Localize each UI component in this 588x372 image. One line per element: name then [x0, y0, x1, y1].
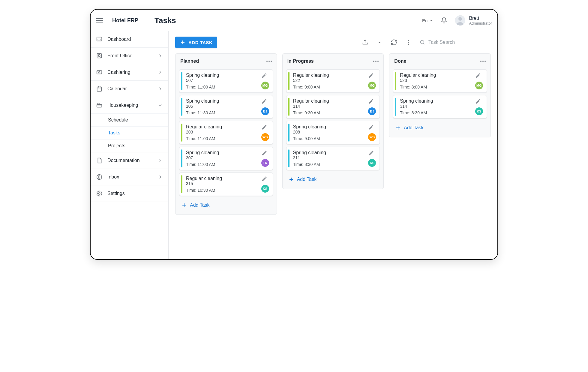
- svg-rect-7: [97, 87, 102, 92]
- task-title: Spring cleaning: [293, 124, 366, 130]
- edit-task-button[interactable]: [261, 124, 269, 131]
- topbar-right: En Brett Administrator: [422, 15, 492, 26]
- sidebar-item-label: Cashiering: [107, 70, 153, 75]
- sidebar-item-cashiering[interactable]: Cashiering: [91, 64, 168, 80]
- column-add-task-label: Add Task: [297, 177, 317, 182]
- sidebar-item-front-office[interactable]: Front Office: [91, 48, 168, 64]
- svg-point-12: [408, 42, 409, 43]
- more-button[interactable]: [403, 37, 413, 47]
- user-menu[interactable]: Brett Administrator: [455, 15, 492, 26]
- edit-task-button[interactable]: [368, 124, 376, 131]
- sidebar-item-documentation[interactable]: Documentation: [91, 152, 168, 169]
- assignee-avatar[interactable]: TR: [261, 159, 269, 167]
- assignee-avatar[interactable]: BJ: [368, 107, 376, 115]
- card-stripe: [181, 149, 182, 167]
- task-card[interactable]: Regular cleaning114Time: 9:30 AMBJ: [286, 95, 380, 118]
- assignee-avatar[interactable]: BJ: [261, 107, 269, 115]
- assignee-avatar[interactable]: WS: [368, 133, 376, 141]
- task-time: Time: 11:30 AM: [186, 110, 259, 115]
- user-name: Brett: [469, 16, 492, 21]
- svg-point-11: [408, 40, 409, 41]
- sidebar-item-dashboard[interactable]: Dashboard: [91, 31, 168, 47]
- edit-task-button[interactable]: [261, 176, 269, 183]
- add-task-button[interactable]: ADD TASK: [175, 37, 217, 48]
- task-room: 314: [400, 104, 473, 109]
- column-add-task-button[interactable]: Add Task: [178, 198, 213, 212]
- search-field[interactable]: [418, 37, 491, 48]
- sidebar-item-label: Calendar: [107, 86, 153, 92]
- task-title: Spring cleaning: [293, 150, 366, 155]
- edit-task-button[interactable]: [475, 73, 483, 80]
- assignee-avatar[interactable]: MG: [475, 82, 483, 89]
- column-add-task-button[interactable]: Add Task: [392, 121, 427, 135]
- task-room: 203: [186, 130, 259, 134]
- layout: Dashboard Front Office: [91, 31, 497, 259]
- column-header: Planned: [178, 56, 274, 67]
- task-card[interactable]: Spring cleaning311Time: 8:30 AMKS: [286, 147, 380, 170]
- task-card[interactable]: Regular cleaning523Time: 8:00 AMMG: [393, 69, 487, 93]
- sidebar-item-calendar[interactable]: Calendar: [91, 81, 168, 97]
- assignee-avatar[interactable]: MG: [261, 82, 269, 89]
- documentation-icon: [96, 157, 103, 164]
- assignee-avatar[interactable]: MG: [368, 82, 376, 89]
- task-card[interactable]: Regular cleaning203Time: 11:00 AMWS: [179, 121, 273, 144]
- notifications-button[interactable]: [439, 15, 449, 26]
- column-more-button[interactable]: [266, 61, 272, 62]
- assignee-avatar[interactable]: KS: [261, 185, 269, 193]
- sidebar: Dashboard Front Office: [91, 31, 169, 259]
- export-button[interactable]: [360, 37, 370, 47]
- edit-task-button[interactable]: [368, 98, 376, 106]
- edit-task-button[interactable]: [261, 73, 269, 80]
- edit-task-button[interactable]: [368, 150, 376, 157]
- task-card[interactable]: Spring cleaning208Time: 9:00 AMWS: [286, 121, 380, 144]
- sidebar-item-settings[interactable]: Settings: [91, 185, 168, 202]
- column-header: In Progress: [285, 56, 381, 67]
- task-card[interactable]: Spring cleaning307Time: 11:00 AMTR: [179, 147, 273, 170]
- sidebar-item-schedule[interactable]: Schedule: [91, 113, 168, 126]
- column-add-task-button[interactable]: Add Task: [285, 172, 320, 186]
- search-input[interactable]: [428, 39, 489, 45]
- task-card[interactable]: Regular cleaning315Time: 10:30 AMKS: [179, 172, 273, 196]
- svg-point-1: [458, 17, 462, 21]
- menu-icon[interactable]: [96, 17, 103, 24]
- sidebar-item-label: Housekeeping: [107, 103, 153, 108]
- task-title: Regular cleaning: [186, 124, 259, 130]
- assignee-avatar[interactable]: WS: [261, 133, 269, 141]
- caret-down-icon: [378, 42, 381, 43]
- brand: Hotel ERP: [112, 17, 138, 24]
- sidebar-item-housekeeping[interactable]: Housekeeping: [91, 97, 168, 113]
- edit-task-button[interactable]: [368, 73, 376, 80]
- column-header: Done: [392, 56, 488, 67]
- edit-task-button[interactable]: [475, 98, 483, 106]
- sidebar-item-tasks[interactable]: Tasks: [91, 126, 168, 139]
- column-add-task-label: Add Task: [404, 125, 424, 130]
- task-title: Regular cleaning: [186, 176, 259, 181]
- assignee-avatar[interactable]: KS: [368, 159, 376, 167]
- add-task-button-label: ADD TASK: [188, 40, 212, 45]
- sidebar-item-projects[interactable]: Projects: [91, 139, 168, 152]
- task-room: 114: [293, 104, 366, 109]
- task-room: 105: [186, 104, 259, 109]
- column-title: Done: [394, 58, 406, 64]
- bell-icon: [441, 17, 447, 24]
- sidebar-item-label: Documentation: [107, 158, 153, 163]
- card-stripe: [181, 124, 182, 142]
- refresh-button[interactable]: [389, 37, 399, 47]
- assignee-avatar[interactable]: KS: [475, 107, 483, 115]
- task-card[interactable]: Spring cleaning105Time: 11:30 AMBJ: [179, 95, 273, 118]
- task-card[interactable]: Spring cleaning507Time: 11:00 AMMG: [179, 69, 273, 93]
- sidebar-item-inbox[interactable]: Inbox: [91, 169, 168, 185]
- column-title: In Progress: [287, 58, 314, 64]
- export-menu-button[interactable]: [374, 37, 385, 47]
- language-selector[interactable]: En: [422, 18, 433, 23]
- gear-icon: [96, 190, 103, 197]
- task-card[interactable]: Spring cleaning314Time: 8:30 AMKS: [393, 95, 487, 118]
- column-more-button[interactable]: [480, 61, 486, 62]
- card-stripe: [288, 149, 290, 167]
- edit-task-button[interactable]: [261, 98, 269, 106]
- task-card[interactable]: Regular cleaning522Time: 9:00 AMMG: [286, 69, 380, 93]
- edit-task-button[interactable]: [261, 150, 269, 157]
- column-more-button[interactable]: [373, 61, 379, 62]
- kanban-board: PlannedSpring cleaning507Time: 11:00 AMM…: [175, 53, 491, 215]
- column-planned: PlannedSpring cleaning507Time: 11:00 AMM…: [175, 53, 277, 215]
